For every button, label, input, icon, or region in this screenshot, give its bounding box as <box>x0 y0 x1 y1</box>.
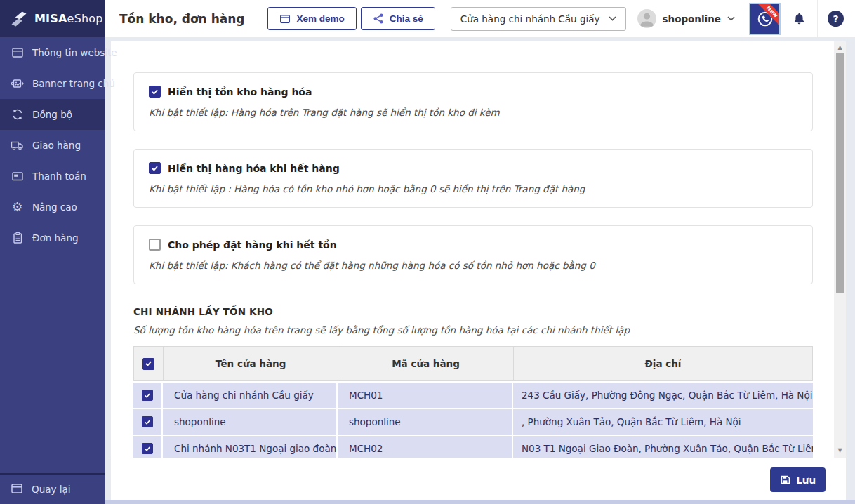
setting-card-allow-backorder: Cho phép đặt hàng khi hết tồn Khi bật th… <box>133 225 813 284</box>
truck-icon <box>11 139 24 152</box>
help-label: ? <box>833 13 838 25</box>
help-button[interactable]: ? <box>828 11 844 27</box>
table-row[interactable]: Cửa hàng chi nhánh Cầu giấy MCH01 243 Cầ… <box>133 383 813 408</box>
settings-panel: Hiển thị tồn kho hàng hóa Khi bật thiết … <box>111 41 834 458</box>
window-icon <box>279 13 291 25</box>
branch-table: Tên cửa hàng Mã cửa hàng Địa chỉ Cửa hàn… <box>133 346 813 458</box>
sidebar-item-orders[interactable]: Đơn hàng <box>0 223 105 253</box>
page-title: Tồn kho, đơn hàng <box>119 12 244 26</box>
show-out-of-stock-checkbox[interactable] <box>149 162 161 174</box>
sidebar-item-label: Nâng cao <box>32 201 77 213</box>
footer-bar: Lưu <box>111 458 846 500</box>
setting-label: Cho phép đặt hàng khi hết tồn <box>168 239 337 251</box>
header-divider <box>817 0 818 37</box>
chevron-down-icon <box>727 16 735 21</box>
sidebar-item-label: Thông tin website <box>32 47 117 58</box>
row-checkbox[interactable] <box>142 390 153 401</box>
banner-icon <box>11 77 24 91</box>
hotline-button[interactable]: New <box>749 3 781 35</box>
sidebar-back-button[interactable]: Quay lại <box>0 473 105 504</box>
sidebar-item-payment[interactable]: Thanh toán <box>0 161 105 192</box>
sidebar-item-sync[interactable]: Đồng bộ <box>0 99 105 130</box>
store-code: shoponline <box>338 409 513 435</box>
select-all-checkbox[interactable] <box>142 358 154 370</box>
row-checkbox[interactable] <box>142 443 153 454</box>
sidebar-item-website-info[interactable]: Thông tin website <box>0 37 105 68</box>
branch-section-title: CHI NHÁNH LẤY TỒN KHO <box>133 306 834 317</box>
vertical-scrollbar[interactable]: ▲ ▼ <box>834 41 846 458</box>
view-demo-label: Xem demo <box>296 13 344 24</box>
store-selector-value: Cửa hàng chi nhánh Cầu giấy <box>460 13 600 25</box>
scroll-down-arrow[interactable]: ▼ <box>834 445 846 456</box>
window-icon <box>11 46 24 60</box>
sidebar-item-label: Banner trang chủ <box>32 78 115 89</box>
scroll-up-arrow[interactable]: ▲ <box>834 42 846 53</box>
scrollbar-thumb[interactable] <box>836 53 844 293</box>
check-icon <box>144 446 151 452</box>
branch-section-description: Số lượng tồn kho hàng hóa trên trang sẽ … <box>133 324 834 336</box>
view-demo-button[interactable]: Xem demo <box>267 7 356 30</box>
store-address: , Phường Xuân Tảo, Quận Bắc Từ Liêm, Hà … <box>513 409 813 435</box>
card-icon <box>11 170 24 183</box>
check-icon <box>144 392 151 399</box>
setting-description: Khi bật thiết lập: Khách hàng có thể đặt… <box>149 260 797 271</box>
branch-table-header: Tên cửa hàng Mã cửa hàng Địa chỉ <box>133 346 813 381</box>
sidebar-item-shipping[interactable]: Giao hàng <box>0 130 105 161</box>
row-checkbox[interactable] <box>142 416 153 427</box>
user-menu[interactable]: shoponline <box>637 9 736 28</box>
check-icon <box>144 419 151 425</box>
user-name: shoponline <box>663 13 722 25</box>
setting-card-show-out-of-stock: Hiển thị hàng hóa khi hết hàng Khi bật t… <box>133 149 813 208</box>
avatar <box>637 9 656 28</box>
clipboard-icon <box>11 232 24 245</box>
store-address: N03 T1 Ngoại Giao Đoàn, Phường Xuân Tảo,… <box>513 436 813 458</box>
setting-description: Khi bật thiết lập : Hàng hóa có tồn kho … <box>149 183 797 194</box>
setting-card-show-stock: Hiển thị tồn kho hàng hóa Khi bật thiết … <box>133 72 813 131</box>
save-button[interactable]: Lưu <box>770 467 826 492</box>
person-icon <box>637 9 656 28</box>
sidebar-item-label: Thanh toán <box>32 171 86 182</box>
store-name: shoponline <box>163 409 338 435</box>
save-icon <box>780 475 790 485</box>
show-stock-checkbox[interactable] <box>149 86 161 98</box>
app-logo[interactable]: MISAeShop <box>0 0 105 37</box>
store-code: MCH02 <box>338 436 513 458</box>
column-header-address: Địa chỉ <box>514 347 812 380</box>
setting-label: Hiển thị tồn kho hàng hóa <box>168 86 312 98</box>
check-icon <box>151 88 159 95</box>
bottom-strip <box>105 500 855 504</box>
share-button[interactable]: Chia sẻ <box>361 7 435 30</box>
store-code: MCH01 <box>338 383 513 408</box>
sidebar-item-advanced[interactable]: ⚙ Nâng cao <box>0 192 105 223</box>
brand-text: MISAeShop <box>34 12 103 25</box>
table-row[interactable]: shoponline shoponline , Phường Xuân Tảo,… <box>133 409 813 435</box>
brand-bold: MISA <box>34 12 67 25</box>
header-actions: Xem demo Chia sẻ Cửa hàng chi nhánh Cầu … <box>267 0 855 37</box>
window-icon <box>11 482 23 497</box>
check-icon <box>151 165 159 172</box>
chevron-down-icon <box>609 16 616 21</box>
store-name: Cửa hàng chi nhánh Cầu giấy <box>163 383 338 408</box>
column-header-store-name: Tên cửa hàng <box>164 347 338 380</box>
sidebar-item-label: Đồng bộ <box>32 109 72 120</box>
misa-logo-icon <box>8 8 29 29</box>
gear-icon: ⚙ <box>11 201 24 214</box>
save-label: Lưu <box>796 475 816 486</box>
sidebar-item-label: Đơn hàng <box>32 232 79 244</box>
allow-backorder-checkbox[interactable] <box>149 239 161 251</box>
sidebar: Thông tin website Banner trang chủ Đồng … <box>0 37 105 504</box>
store-selector-dropdown[interactable]: Cửa hàng chi nhánh Cầu giấy <box>451 7 626 31</box>
store-address: 243 Cầu Giấy, Phường Đông Ngạc, Quận Bắc… <box>513 383 813 408</box>
table-row[interactable]: Chi nhánh N03T1 Ngoại giao đoàn MCH02 N0… <box>133 436 813 458</box>
store-name: Chi nhánh N03T1 Ngoại giao đoàn <box>163 436 338 458</box>
bell-icon <box>792 11 807 27</box>
sidebar-back-label: Quay lại <box>32 484 71 495</box>
app-header: MISAeShop Tồn kho, đơn hàng Xem demo Chi… <box>0 0 855 37</box>
check-icon <box>145 360 152 367</box>
notifications-button[interactable] <box>792 11 807 27</box>
setting-description: Khi bật thiết lập: Hàng hóa trên Trang đ… <box>149 107 797 118</box>
sidebar-item-home-banner[interactable]: Banner trang chủ <box>0 68 105 99</box>
brand-light: eShop <box>67 12 103 25</box>
sidebar-item-label: Giao hàng <box>32 140 81 151</box>
share-label: Chia sẻ <box>390 13 423 24</box>
